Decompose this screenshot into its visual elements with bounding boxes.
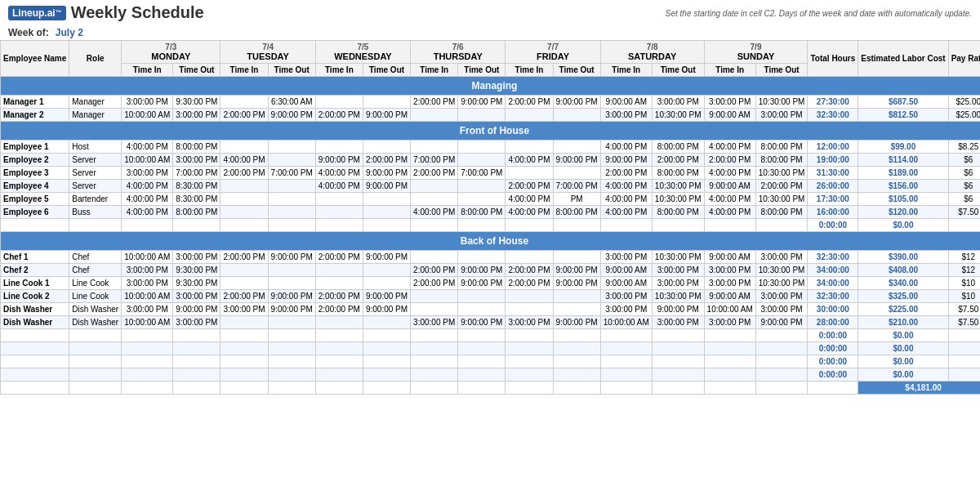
col-wed: 7/5WEDNESDAY bbox=[315, 41, 410, 64]
col-fri: 7/7FRIDAY bbox=[506, 41, 600, 64]
table-row: 0:00:00$0.00 bbox=[1, 355, 981, 368]
col-mon-out: Time Out bbox=[173, 64, 220, 77]
col-sat: 7/8SATURDAY bbox=[600, 41, 704, 64]
col-thu-in: Time In bbox=[411, 64, 458, 77]
table-row: Employee 2Server10:00:00 AM3:00:00 PM4:0… bbox=[1, 154, 981, 167]
hint-area: Set the starting date in cell C2. Days o… bbox=[666, 8, 972, 18]
table-row: 0:00:00$0.00 bbox=[1, 219, 981, 232]
table-row: 0:00:00$0.00 bbox=[1, 342, 981, 355]
schedule-table: Employee Name Role 7/3MONDAY 7/4TUESDAY … bbox=[0, 40, 980, 395]
col-sun: 7/9SUNDAY bbox=[704, 41, 808, 64]
week-label: Week of: bbox=[8, 27, 49, 38]
section-header-row: Front of House bbox=[1, 122, 981, 141]
header-area: Lineup.ai™ Weekly Schedule Set the start… bbox=[0, 0, 980, 40]
table-row: Line Cook 1Line Cook3:00:00 PM9:30:00 PM… bbox=[1, 277, 981, 290]
table-row: Line Cook 2Line Cook10:00:00 AM3:00:00 P… bbox=[1, 290, 981, 303]
col-tue: 7/4TUESDAY bbox=[220, 41, 315, 64]
table-row: Manager 2Manager10:00:00 AM3:00:00 PM2:0… bbox=[1, 109, 981, 122]
table-row: Dish WasherDish Washer10:00:00 AM3:00:00… bbox=[1, 316, 981, 329]
col-sun-out: Time Out bbox=[755, 64, 808, 77]
section-header-row: Back of House bbox=[1, 232, 981, 251]
page-title: Weekly Schedule bbox=[71, 3, 204, 22]
week-date: July 2 bbox=[56, 27, 83, 38]
table-row: Employee 6Buss4:00:00 PM8:00:00 PM4:00:0… bbox=[1, 206, 981, 219]
col-thu: 7/6THURSDAY bbox=[411, 41, 506, 64]
logo-area: Lineup.ai™ Weekly Schedule bbox=[8, 3, 204, 22]
col-wed-out: Time Out bbox=[363, 64, 410, 77]
col-employee-name: Employee Name bbox=[1, 41, 69, 77]
col-mon-in: Time In bbox=[122, 64, 173, 77]
col-est-cost: Estimated Labor Cost bbox=[858, 41, 948, 77]
table-row: Employee 4Server4:00:00 PM8:30:00 PM4:00… bbox=[1, 180, 981, 193]
col-thu-out: Time Out bbox=[458, 64, 506, 77]
col-fri-in: Time In bbox=[506, 64, 553, 77]
table-row: 0:00:00$0.00 bbox=[1, 329, 981, 342]
col-tue-in: Time In bbox=[220, 64, 268, 77]
table-row: Chef 2Chef3:00:00 PM9:30:00 PM2:00:00 PM… bbox=[1, 264, 981, 277]
col-pay-rate: Pay Rate bbox=[948, 41, 980, 77]
col-fri-out: Time Out bbox=[553, 64, 600, 77]
section-header-row: Managing bbox=[1, 77, 981, 96]
col-sat-out: Time Out bbox=[652, 64, 704, 77]
col-role: Role bbox=[69, 41, 122, 77]
grand-total-row: $4,181.00 bbox=[1, 382, 981, 395]
col-wed-in: Time In bbox=[315, 64, 363, 77]
col-tue-out: Time Out bbox=[268, 64, 315, 77]
table-row: Employee 1Host4:00:00 PM8:00:00 PM4:00:0… bbox=[1, 141, 981, 154]
table-row: Manager 1Manager3:00:00 PM9:30:00 PM6:30… bbox=[1, 96, 981, 109]
table-row: 0:00:00$0.00 bbox=[1, 368, 981, 382]
hint-text: Set the starting date in cell C2. Days o… bbox=[666, 9, 972, 18]
table-row: Chef 1Chef10:00:00 AM3:00:00 PM2:00:00 P… bbox=[1, 251, 981, 264]
table-row: Dish WasherDish Washer3:00:00 PM9:00:00 … bbox=[1, 303, 981, 316]
day-header-row: Employee Name Role 7/3MONDAY 7/4TUESDAY … bbox=[1, 41, 981, 64]
col-mon: 7/3MONDAY bbox=[122, 41, 220, 64]
table-row: Employee 3Server3:00:00 PM7:00:00 PM2:00… bbox=[1, 167, 981, 180]
table-row: Employee 5Bartender4:00:00 PM8:30:00 PM4… bbox=[1, 193, 981, 206]
lineup-logo: Lineup.ai™ bbox=[8, 6, 66, 20]
col-sun-in: Time In bbox=[704, 64, 755, 77]
col-total-hours: Total Hours bbox=[808, 41, 858, 77]
week-row: Week of: July 2 bbox=[0, 25, 980, 40]
col-sat-in: Time In bbox=[600, 64, 652, 77]
